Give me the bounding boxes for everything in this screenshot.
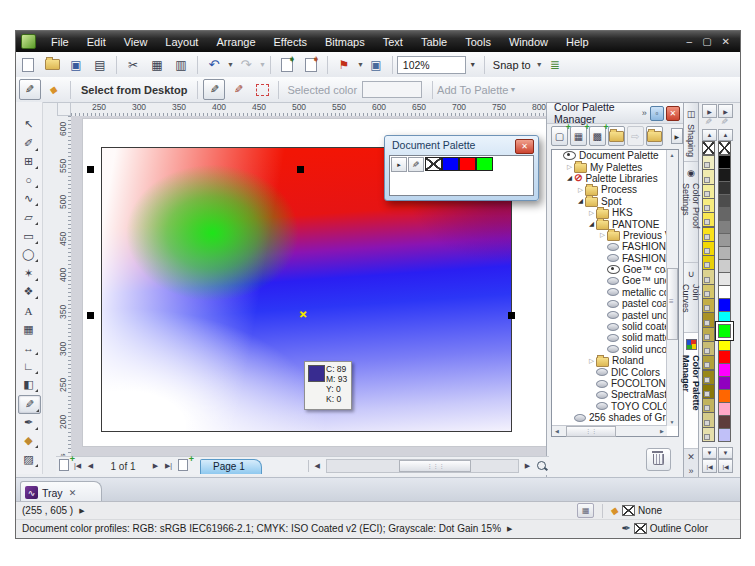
previous-page-icon[interactable]: ◀ [84, 462, 97, 470]
open-icon[interactable] [41, 54, 63, 75]
tree-item[interactable]: ▷My Palettes [552, 161, 667, 172]
hscroll-right-icon[interactable]: ▶ [521, 462, 534, 470]
tree-item[interactable]: FOCOLTONE Colors [552, 378, 667, 389]
snap-to-dropdown[interactable]: ▼ [536, 61, 543, 68]
canvas-horizontal-scrollbar[interactable] [326, 459, 519, 473]
expanded-arrow-icon[interactable]: ◢ [565, 174, 574, 182]
ellipse-tool[interactable]: ◯ [18, 246, 39, 263]
tree-item[interactable]: pastel coated [552, 298, 667, 309]
new-empty-palette-button[interactable]: ▢+ [551, 126, 568, 146]
status-options-icon[interactable]: ▦ [577, 503, 594, 518]
undo-dropdown[interactable]: ▼ [227, 61, 234, 68]
tree-scroll-right-icon[interactable]: ▶ [657, 426, 667, 435]
eyedropper-1x1-button[interactable]: ✎ [203, 79, 225, 100]
ruler-origin[interactable] [57, 102, 71, 116]
selection-handle[interactable] [508, 312, 515, 319]
snap-to-button[interactable]: Snap to [489, 59, 535, 71]
color-swatch[interactable] [718, 233, 731, 247]
undo-icon[interactable]: ↶ [203, 54, 225, 75]
tree-scroll-down-icon[interactable]: ▼ [667, 417, 677, 426]
palette-scroll-down-icon[interactable]: ▼ [718, 447, 733, 459]
docker-tab-more-chevron[interactable]: » [684, 465, 698, 477]
color-swatch[interactable] [718, 285, 731, 299]
palette-scroll-up-icon[interactable]: ▲ [718, 129, 733, 141]
selection-handle[interactable] [87, 312, 94, 319]
polygon-tool[interactable]: ✶ [18, 265, 39, 282]
palette-expand-icon[interactable]: |◀ [702, 459, 717, 473]
color-swatch[interactable] [718, 337, 731, 351]
color-swatch[interactable] [702, 427, 715, 442]
docker-close-button[interactable]: ✕ [666, 106, 680, 121]
tree-item[interactable]: FASHION + HOM [552, 253, 667, 264]
eyedropper-selection-button[interactable] [251, 79, 273, 100]
freehand-tool[interactable]: ∿ [18, 190, 39, 207]
selected-color-swatch[interactable] [718, 324, 731, 338]
hscroll-left-icon[interactable]: ◀ [311, 462, 324, 470]
tree-item[interactable]: metallic coated [552, 287, 667, 298]
color-swatch[interactable] [702, 370, 715, 385]
color-swatch[interactable] [702, 212, 715, 227]
tree-item[interactable]: ◢PANTONE [552, 218, 667, 229]
tree-vertical-scrollbar[interactable]: ▲ ▼ [666, 150, 678, 426]
color-swatch[interactable] [702, 327, 715, 342]
zoom-scrollbar-icon[interactable] [534, 461, 549, 472]
docker-tab-join-curves[interactable]: ∪Join Curves [684, 263, 698, 333]
docker-minimize-button[interactable]: ▫ [650, 106, 664, 121]
color-swatch[interactable] [718, 220, 731, 234]
tree-item[interactable]: Goe™ coated [552, 264, 667, 275]
docker-tab-shaping[interactable]: ◫Shaping [684, 103, 698, 162]
tree-item[interactable]: solid matte [552, 332, 667, 343]
print-icon[interactable]: ▤ [89, 54, 111, 75]
tree-item[interactable]: Document Palette [552, 150, 667, 161]
tray-tab[interactable]: ∿ Tray ✕ [20, 481, 102, 503]
no-color-swatch[interactable] [702, 141, 715, 155]
tree-item[interactable]: ▷Roland [552, 355, 667, 366]
color-swatch[interactable] [718, 207, 731, 221]
new-document-icon[interactable] [17, 54, 39, 75]
rectangle-tool[interactable]: ▭ [18, 228, 39, 245]
apply-color-bucket-icon[interactable]: ◆ [43, 79, 65, 100]
application-launcher-icon[interactable]: ⚑ [333, 54, 355, 75]
color-swatch[interactable] [702, 269, 715, 284]
docker-tab-close-icon[interactable]: ✕ [684, 449, 698, 465]
close-button[interactable]: ✕ [722, 36, 730, 47]
color-swatch[interactable] [718, 194, 731, 208]
color-swatch[interactable] [702, 412, 715, 427]
blend-tool[interactable]: ◧ [18, 376, 39, 393]
menu-item-edit[interactable]: Edit [78, 34, 115, 50]
color-swatch[interactable] [702, 198, 715, 213]
menu-item-window[interactable]: Window [500, 34, 557, 50]
pick-tool[interactable]: ↖ [18, 116, 39, 133]
color-swatch[interactable] [702, 398, 715, 413]
open-palette-library-button[interactable] [646, 126, 663, 146]
shape-tool[interactable]: ✐ [18, 135, 39, 152]
color-eyedropper-tool[interactable]: ✎ [18, 395, 41, 414]
table-tool[interactable]: ▦ [18, 321, 39, 338]
color-swatch[interactable] [702, 155, 715, 170]
copy-icon[interactable]: ▦ [146, 54, 168, 75]
welcome-screen-icon[interactable]: ▣ [365, 54, 387, 75]
color-swatch[interactable] [718, 311, 731, 325]
tree-item[interactable]: ▷Process [552, 184, 667, 195]
tree-item[interactable]: SpectraMaster® Co [552, 389, 667, 400]
menu-item-tools[interactable]: Tools [456, 34, 500, 50]
add-page-icon-2[interactable]: + [175, 459, 190, 473]
tree-item[interactable]: TOYO COLOR FINDE [552, 401, 667, 412]
save-icon[interactable]: ▣ [65, 54, 87, 75]
color-swatch[interactable] [718, 155, 731, 169]
color-swatch[interactable] [702, 384, 715, 399]
color-eyedropper-mode-button[interactable]: ✎ [19, 79, 41, 100]
tree-scroll-left-icon[interactable]: ◀ [552, 426, 562, 435]
color-swatch[interactable] [702, 227, 715, 242]
menu-item-bitmaps[interactable]: Bitmaps [316, 34, 374, 50]
zoom-level-dropdown[interactable]: ▼ [466, 56, 480, 74]
tree-horizontal-scrollbar[interactable]: ◀ ▶ [552, 425, 667, 436]
tree-item[interactable]: ▷HKS [552, 207, 667, 218]
vertical-ruler[interactable]: 600550500450400350300250200pixels [57, 116, 72, 456]
color-swatch[interactable] [718, 246, 731, 260]
color-swatch[interactable] [718, 298, 731, 312]
color-swatch[interactable] [476, 157, 493, 171]
menu-item-arrange[interactable]: Arrange [207, 34, 264, 50]
add-to-palette-button[interactable]: Add To Palette [437, 84, 508, 96]
color-swatch[interactable] [718, 363, 731, 377]
